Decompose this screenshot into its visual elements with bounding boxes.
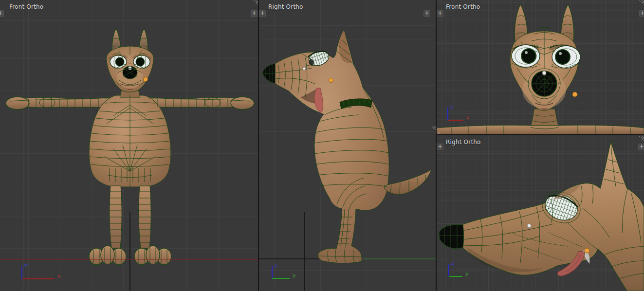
- add-region-button[interactable]: +: [423, 10, 430, 17]
- eye-right: [133, 55, 150, 68]
- plus-icon: +: [252, 10, 257, 17]
- area-divider-horizontal[interactable]: [437, 134, 644, 135]
- paw-left: [6, 97, 29, 109]
- blender-3d-multi-viewport: z x Front Ortho + +: [0, 0, 644, 291]
- plus-icon: +: [438, 143, 442, 150]
- viewport-label: Front Ortho: [446, 3, 480, 10]
- plus-icon: +: [640, 10, 644, 17]
- dog-mesh-side[interactable]: [263, 30, 431, 263]
- axis-gizmo: z y: [449, 260, 469, 277]
- axis-gizmo: z x: [448, 104, 470, 121]
- foot-left: [89, 246, 126, 265]
- foot-right: [134, 246, 171, 265]
- add-region-button[interactable]: +: [639, 10, 644, 17]
- add-region-button[interactable]: +: [437, 144, 443, 150]
- viewport-front-scene[interactable]: z x: [0, 0, 258, 291]
- axis-up-label: z: [24, 262, 27, 269]
- add-region-button[interactable]: +: [0, 10, 4, 17]
- viewport-front-head-scene[interactable]: z x: [437, 0, 644, 134]
- add-region-button[interactable]: +: [437, 10, 443, 17]
- object-origin-dot[interactable]: [144, 77, 148, 82]
- viewport-label: Right Ortho: [446, 139, 481, 146]
- add-region-button[interactable]: +: [251, 10, 258, 17]
- object-origin-dot[interactable]: [329, 78, 333, 83]
- nose: [528, 69, 560, 99]
- axis-gizmo: z y: [272, 262, 296, 279]
- axis-gizmo: z x: [22, 262, 61, 279]
- area-divider-vertical[interactable]: [436, 0, 437, 291]
- object-origin-dot[interactable]: [572, 92, 577, 97]
- axis-up-label: z: [451, 260, 454, 266]
- axis-up-label: z: [450, 104, 453, 110]
- vertex-dot: [542, 71, 546, 75]
- viewport-right-head[interactable]: z y Right Ortho + +: [437, 135, 644, 291]
- vertex-dot: [527, 224, 531, 228]
- viewport-right-scene[interactable]: z y: [259, 0, 436, 291]
- nose: [439, 225, 464, 249]
- axis-right-label: x: [466, 114, 470, 121]
- viewport-right-head-scene[interactable]: z y: [437, 135, 644, 291]
- plus-icon: +: [0, 10, 3, 17]
- paw-right: [231, 97, 254, 109]
- axis-right-label: y: [293, 273, 296, 279]
- dog-head-side[interactable]: [439, 142, 644, 291]
- viewport-right-full[interactable]: z y Right Ortho + +: [259, 0, 436, 291]
- viewport-front-full[interactable]: z x Front Ortho + +: [0, 0, 258, 291]
- eye-left: [110, 55, 127, 68]
- add-region-button[interactable]: +: [259, 10, 266, 17]
- viewport-label: Front Ortho: [9, 3, 43, 10]
- axis-up-label: z: [275, 262, 277, 268]
- viewport-front-head[interactable]: z x Front Ortho + +: [437, 0, 644, 134]
- plus-icon: +: [639, 143, 644, 150]
- area-divider-vertical[interactable]: [258, 0, 259, 291]
- vertex-dot: [303, 67, 306, 70]
- axis-right-label: y: [465, 271, 469, 277]
- plus-icon: +: [424, 10, 429, 17]
- plus-icon: +: [438, 10, 442, 17]
- viewport-label: Right Ortho: [268, 3, 303, 10]
- object-origin-dot[interactable]: [585, 248, 589, 253]
- add-region-button[interactable]: +: [638, 144, 644, 150]
- axis-right-label: x: [57, 273, 61, 279]
- tail: [385, 170, 431, 194]
- plus-icon: +: [260, 10, 265, 17]
